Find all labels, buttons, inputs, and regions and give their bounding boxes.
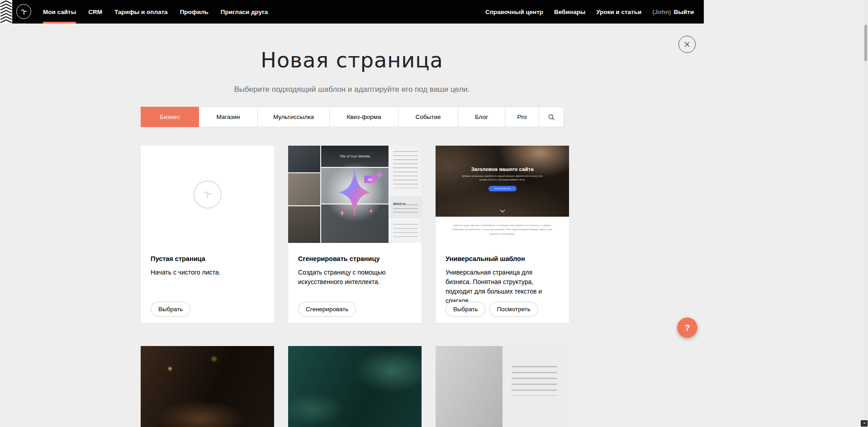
nav-tariffs[interactable]: Тарифы и оплата [114,0,168,24]
card-description: Создать страницу с помощью искусственног… [298,268,412,287]
template-grid: Пустая страница Начать с чистого листа. … [141,146,569,323]
template-cta-button: Целевое действие [489,186,517,191]
tilda-logo-icon [19,7,29,17]
template-card-partial[interactable] [141,346,274,427]
page-title: Новая страница [0,48,704,72]
card-blank-page: Пустая страница Начать с чистого листа. … [141,146,274,323]
logout-link[interactable]: Выйти [674,9,694,15]
tab-shop[interactable]: Магазин [199,107,258,127]
collage-tile [288,173,320,205]
select-button[interactable]: Выбрать [446,302,485,317]
template-preview-image [288,346,422,427]
collage-site-title: Title of Your Website [339,155,370,158]
main-nav: Мои сайты CRM Тарифы и оплата Профиль Пр… [43,0,268,24]
template-preview-image [141,346,274,427]
user-name: (John) [652,9,671,15]
collage-tile [288,206,320,243]
card-actions: Сгенерировать [298,302,356,317]
select-button[interactable]: Выбрать [151,302,190,317]
tab-blog[interactable]: Блог [458,107,505,127]
ai-sparkle-icon [319,161,396,233]
screen: { "header": { "nav": [ {"label": "Мои са… [0,0,868,427]
blank-page-preview [141,146,274,243]
universal-template-preview: Заголовок вашего сайта Добавьте интересн… [436,146,569,243]
ai-badge: AI [364,176,376,183]
preview-button[interactable]: Посмотреть [489,302,538,317]
card-description: Универсальная страница для бизнеса. Поня… [446,268,559,306]
card-title: Сгенерировать страницу [298,255,412,262]
card-universal-template: Заголовок вашего сайта Добавьте интересн… [436,146,569,323]
template-body-text: Коротко представьтесь и расскажите о ком… [449,223,556,236]
tab-business[interactable]: Бизнес [141,107,199,127]
card-title: Пустая страница [151,255,264,262]
template-card-partial[interactable] [436,346,569,427]
nav-crm[interactable]: CRM [88,0,102,24]
tab-search[interactable] [539,107,564,127]
tilda-logo[interactable] [16,4,31,19]
help-button[interactable]: ? [677,318,697,338]
nav-user-logout[interactable]: (John) Выйти [652,0,694,24]
tab-pro[interactable]: Pro [505,107,539,127]
nav-invite-friend[interactable]: Пригласи друга [221,0,268,24]
template-hero-subtitle: Добавьте интересные подробности о вашей … [459,175,546,182]
tab-multilink[interactable]: Мультиссылка [257,107,330,127]
tab-event[interactable]: Событие [398,107,458,127]
nav-webinars[interactable]: Вебинары [554,0,585,24]
tab-quiz-form[interactable]: Квиз-форма [329,107,398,127]
template-category-tabs: Бизнес Магазин Мультиссылка Квиз-форма С… [141,107,564,127]
template-card-partial[interactable] [288,346,422,427]
nav-help-center[interactable]: Справочный центр [485,0,543,24]
collage-tile [288,146,320,172]
page-subtitle: Выберите подходящий шаблон и адаптируйте… [0,85,704,94]
template-hero: Заголовок вашего сайта Добавьте интересн… [436,146,569,217]
scrollbar-thumb[interactable] [864,25,867,61]
scrollbar-down-button[interactable] [861,420,868,427]
template-hero-title: Заголовок вашего сайта [436,146,569,172]
scrollbar-track[interactable] [863,0,868,427]
close-icon [684,41,690,47]
card-title: Универсальный шаблон [446,255,559,262]
template-preview-image [436,346,569,427]
template-grid-row-2 [141,346,569,427]
chevron-down-icon [499,209,506,213]
card-ai-generate: Title of Your Website About us [288,146,422,323]
card-actions: Выбрать Посмотреть [446,302,538,317]
nav-lessons[interactable]: Уроки и статьи [596,0,641,24]
generate-button[interactable]: Сгенерировать [298,302,356,317]
card-actions: Выбрать [151,302,190,317]
zigzag-decoration [0,0,12,24]
tilda-watermark-icon [194,180,222,209]
search-icon [548,114,555,121]
nav-my-sites[interactable]: Мои сайты [43,0,76,24]
top-nav-bar: Мои сайты CRM Тарифы и оплата Профиль Пр… [0,0,704,24]
ai-collage-preview: Title of Your Website About us [288,146,422,243]
nav-profile[interactable]: Профиль [180,0,209,24]
card-description: Начать с чистого листа. [151,268,264,277]
template-body-section: Коротко представьтесь и расскажите о ком… [436,217,569,243]
secondary-nav: Справочный центр Вебинары Уроки и статьи… [485,0,694,24]
